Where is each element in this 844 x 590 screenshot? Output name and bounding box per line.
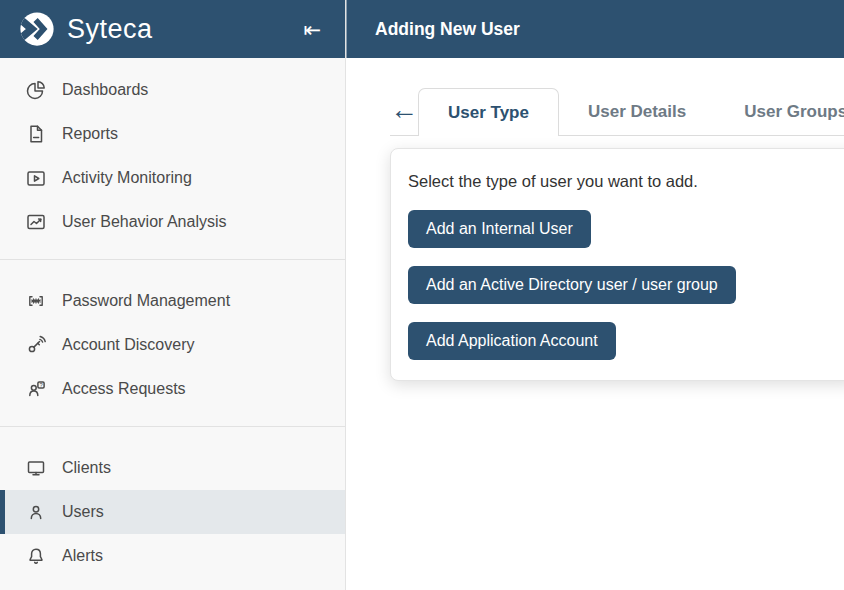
key-signal-icon: [25, 334, 47, 356]
user-type-prompt: Select the type of user you want to add.: [408, 172, 837, 191]
tab-label: User Details: [588, 102, 686, 122]
sidebar-divider: [0, 426, 345, 427]
sidebar-item-label: Users: [62, 503, 104, 521]
page-content: ← User Type User Details User Groups Sel…: [346, 58, 844, 590]
user-type-panel: Select the type of user you want to add.…: [390, 148, 844, 381]
tab-user-details[interactable]: User Details: [559, 88, 715, 135]
sidebar-item-label: Dashboards: [62, 81, 148, 99]
tabs-bar: ← User Type User Details User Groups: [390, 88, 844, 136]
add-internal-user-button[interactable]: Add an Internal User: [408, 210, 591, 248]
tab-user-groups[interactable]: User Groups: [715, 88, 844, 135]
sidebar-item-label: User Behavior Analysis: [62, 213, 227, 231]
bell-icon: [25, 545, 47, 567]
video-play-icon: [25, 167, 47, 189]
sidebar-collapse-icon[interactable]: ⇤: [299, 15, 325, 44]
sidebar-item-activity-monitoring[interactable]: Activity Monitoring: [0, 156, 345, 200]
tab-label: User Type: [448, 103, 529, 123]
line-chart-icon: [25, 211, 47, 233]
sidebar-item-label: Account Discovery: [62, 336, 195, 354]
tab-label: User Groups: [744, 102, 844, 122]
syteca-logo-icon: [18, 10, 56, 48]
brand-name: Syteca: [67, 14, 153, 45]
svg-text:?: ?: [39, 382, 43, 388]
tab-user-type[interactable]: User Type: [418, 88, 559, 136]
back-arrow-icon[interactable]: ←: [390, 88, 418, 135]
sidebar-item-label: Reports: [62, 125, 118, 143]
person-icon: [25, 501, 47, 523]
add-active-directory-user-button[interactable]: Add an Active Directory user / user grou…: [408, 266, 736, 304]
sidebar-item-dashboards[interactable]: Dashboards: [0, 68, 345, 112]
monitor-icon: [25, 457, 47, 479]
sidebar-divider: [0, 259, 345, 260]
main-area: Adding New User ← User Type User Details…: [346, 0, 844, 590]
add-application-account-button[interactable]: Add Application Account: [408, 322, 616, 360]
person-question-icon: ?: [25, 378, 47, 400]
sidebar-item-clients[interactable]: Clients: [0, 446, 345, 490]
sidebar-item-users[interactable]: Users: [0, 490, 345, 534]
pie-chart-icon: [25, 79, 47, 101]
sidebar-item-label: Access Requests: [62, 380, 186, 398]
sidebar-item-alerts[interactable]: Alerts: [0, 534, 345, 578]
document-icon: [25, 123, 47, 145]
sidebar-header: Syteca ⇤: [0, 0, 345, 58]
sidebar: Syteca ⇤ Dashboards Reports: [0, 0, 346, 590]
page-topbar: Adding New User: [346, 0, 844, 58]
sidebar-item-label: Activity Monitoring: [62, 169, 192, 187]
sidebar-item-password-management[interactable]: Password Management: [0, 279, 345, 323]
page-title: Adding New User: [375, 19, 520, 40]
password-brackets-icon: [25, 290, 47, 312]
sidebar-item-label: Clients: [62, 459, 111, 477]
sidebar-item-label: Alerts: [62, 547, 103, 565]
sidebar-item-label: Password Management: [62, 292, 230, 310]
sidebar-nav: Dashboards Reports Activity Monitoring: [0, 58, 345, 578]
sidebar-item-user-behavior-analysis[interactable]: User Behavior Analysis: [0, 200, 345, 244]
sidebar-item-reports[interactable]: Reports: [0, 112, 345, 156]
sidebar-item-account-discovery[interactable]: Account Discovery: [0, 323, 345, 367]
app-window: Syteca ⇤ Dashboards Reports: [0, 0, 844, 590]
sidebar-item-access-requests[interactable]: ? Access Requests: [0, 367, 345, 411]
